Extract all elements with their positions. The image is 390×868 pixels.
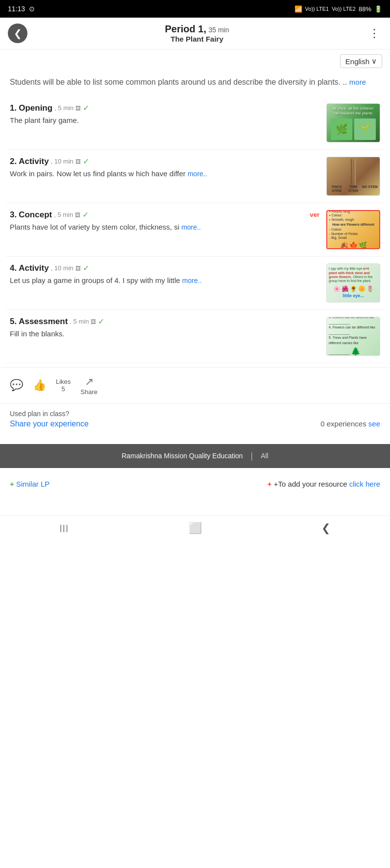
title-period: Period 1,	[165, 23, 206, 34]
status-right: 📶 Vo)) LTE1 Vo)) LTE2 88% 🔋	[294, 5, 382, 13]
used-plan-label: Used plan in class?	[10, 410, 380, 418]
activity-title-row-1: 1. Opening , 5 min 🖼 ✓	[10, 103, 321, 113]
activity-type-3: Concept	[19, 210, 52, 220]
share-button[interactable]: ↗ Share	[80, 375, 98, 396]
lesson-description: Students will be able to list some commo…	[0, 70, 390, 96]
banner-text: Ramakrishna Mission Quality Education	[122, 452, 243, 460]
check-icon-4: ✓	[83, 263, 89, 273]
activity-thumb-4[interactable]: I spy with my little eye a+4 plant with …	[326, 263, 380, 303]
battery-display: 88%	[359, 5, 371, 13]
activity-thumb-2[interactable]: THICK STEM THIN STEM NO STEM	[326, 157, 380, 196]
activity-title-row-3: 3. Concept , 5 min 🖼 ✓ ver	[10, 210, 321, 220]
ver-badge-3: ver	[310, 211, 319, 218]
thin-stem-label: THIN STEM	[345, 185, 361, 193]
activity-item-5: 5. Assessment , 5 min 🖼 ✓ Fill in the bl…	[6, 310, 384, 363]
activity-thumb-1[interactable]: At once, all the children ran towards th…	[326, 103, 380, 142]
add-resource-section: + +To add your resource click here	[268, 480, 380, 488]
top-bar: ❮ Period 1, 35 min The Plant Fairy ⋮	[0, 18, 390, 49]
resource-plus-icon: +	[268, 480, 272, 488]
comment-icon: 💬	[10, 379, 23, 392]
android-nav-bar: ||| ⬜ ❮	[0, 516, 390, 542]
bottom-links: + Similar LP + +To add your resource cli…	[0, 472, 390, 496]
android-back-button[interactable]: ❮	[321, 522, 330, 535]
android-menu-button[interactable]: |||	[60, 524, 69, 533]
banner-divider: |	[251, 451, 253, 461]
thumb-inner-2: THICK STEM THIN STEM NO STEM	[327, 157, 380, 195]
activity-duration-4: , 10 min	[51, 264, 73, 272]
activity-meta-1: , 5 min 🖼 ✓	[54, 103, 89, 113]
activity-duration-3: , 5 min	[54, 211, 73, 218]
activity-item-3: 3. Concept , 5 min 🖼 ✓ ver Plants have l…	[6, 203, 384, 257]
click-here-link[interactable]: click here	[349, 480, 380, 488]
likes-label: Likes	[56, 378, 71, 385]
activity-content-3: 3. Concept , 5 min 🖼 ✓ ver Plants have l…	[10, 210, 321, 233]
signal-lte1: Vo)) LTE1	[305, 6, 329, 12]
activity-type-5: Assessment	[19, 317, 68, 327]
thumb-inner-5: 3. Leaves can be different like ________…	[327, 317, 380, 355]
battery-icon: 🔋	[374, 5, 382, 13]
description-text: Students will be able to list some commo…	[10, 78, 347, 86]
experience-count: 0 experiences see	[320, 420, 380, 428]
activity-more-2[interactable]: more..	[188, 170, 207, 178]
activity-num-5: 5.	[10, 317, 17, 327]
back-button[interactable]: ❮	[8, 23, 27, 43]
activity-item-2: 2. Activity , 10 min 🖼 ✓ Work in pairs. …	[6, 150, 384, 203]
see-experiences-link-text[interactable]: see	[368, 420, 380, 428]
comment-button[interactable]: 💬	[10, 379, 23, 392]
back-icon: ❮	[14, 27, 22, 39]
banner-all-button[interactable]: All	[261, 452, 268, 460]
activity-more-3[interactable]: more..	[181, 223, 201, 231]
footer-banner: Ramakrishna Mission Quality Education | …	[0, 444, 390, 468]
thick-stem-label: THICK STEM	[329, 185, 344, 193]
language-button[interactable]: English ∨	[340, 54, 382, 68]
thin-stem-cell	[353, 159, 354, 185]
like-button[interactable]: 👍	[33, 379, 46, 392]
status-left: 11:13 ⊙	[8, 5, 35, 13]
image-icon-1: 🖼	[75, 105, 81, 111]
period-title: Period 1, 35 min	[27, 23, 366, 35]
activity-item-4: 4. Activity , 10 min 🖼 ✓ Let us play a g…	[6, 257, 384, 310]
activity-duration-2: , 10 min	[51, 158, 73, 165]
thumb-inner-3: • Round, long • Colour: • Smooth, rough …	[327, 211, 379, 248]
share-experience-link[interactable]: Share your experience	[10, 420, 89, 428]
activity-desc-5: Fill in the blanks.	[10, 328, 321, 340]
check-icon-5: ✓	[98, 317, 104, 326]
similar-lp-button[interactable]: + Similar LP	[10, 480, 49, 488]
likes-count: 5	[62, 385, 65, 393]
activity-title-row-2: 2. Activity , 10 min 🖼 ✓	[10, 157, 321, 166]
activity-meta-5: , 5 min 🖼 ✓	[70, 317, 104, 326]
image-icon-3: 🖼	[75, 212, 80, 218]
activity-type-1: Opening	[19, 103, 52, 113]
exp-count-text: 0 experiences	[320, 420, 368, 428]
activity-type-2: Activity	[19, 157, 49, 166]
thick-stem-cell	[351, 159, 352, 185]
no-stem-cell	[355, 159, 356, 185]
more-options-button[interactable]: ⋮	[366, 26, 382, 40]
activity-desc-4: Let us play a game in groups of 4. I spy…	[10, 275, 321, 286]
bottom-actions-bar: 💬 👍 Likes 5 ↗ Share	[0, 367, 390, 403]
stem-row	[351, 159, 356, 185]
android-home-button[interactable]: ⬜	[189, 522, 202, 535]
activity-title-row-4: 4. Activity , 10 min 🖼 ✓	[10, 263, 321, 273]
activity-list: 1. Opening , 5 min 🖼 ✓ The plant fairy g…	[0, 96, 390, 363]
activity-desc-2: Work in pairs. Now let us find plants w …	[10, 168, 321, 180]
activity-thumb-3[interactable]: • Round, long • Colour: • Smooth, rough …	[326, 210, 380, 249]
activity-more-4[interactable]: more..	[182, 277, 202, 284]
similar-plus-icon: +	[10, 480, 14, 488]
title-subtitle: The Plant Fairy	[27, 35, 366, 43]
check-icon-3: ✓	[82, 210, 89, 219]
likes-section: Likes 5	[56, 378, 71, 393]
description-more-link[interactable]: more	[349, 78, 366, 86]
activity-duration-5: , 5 min	[70, 318, 89, 325]
activity-content-5: 5. Assessment , 5 min 🖼 ✓ Fill in the bl…	[10, 317, 321, 340]
activity-num-1: 1.	[10, 103, 17, 113]
check-icon-1: ✓	[83, 103, 89, 113]
activity-desc-1: The plant fairy game.	[10, 115, 321, 126]
check-icon-2: ✓	[83, 157, 89, 166]
activity-item-1: 1. Opening , 5 min 🖼 ✓ The plant fairy g…	[6, 96, 384, 150]
thumbs-up-icon: 👍	[33, 379, 46, 392]
activity-thumb-5[interactable]: 3. Leaves can be different like ________…	[326, 317, 380, 356]
activity-num-3: 3.	[10, 210, 17, 220]
share-label: Share	[80, 388, 98, 396]
language-selector: English ∨	[0, 49, 390, 70]
